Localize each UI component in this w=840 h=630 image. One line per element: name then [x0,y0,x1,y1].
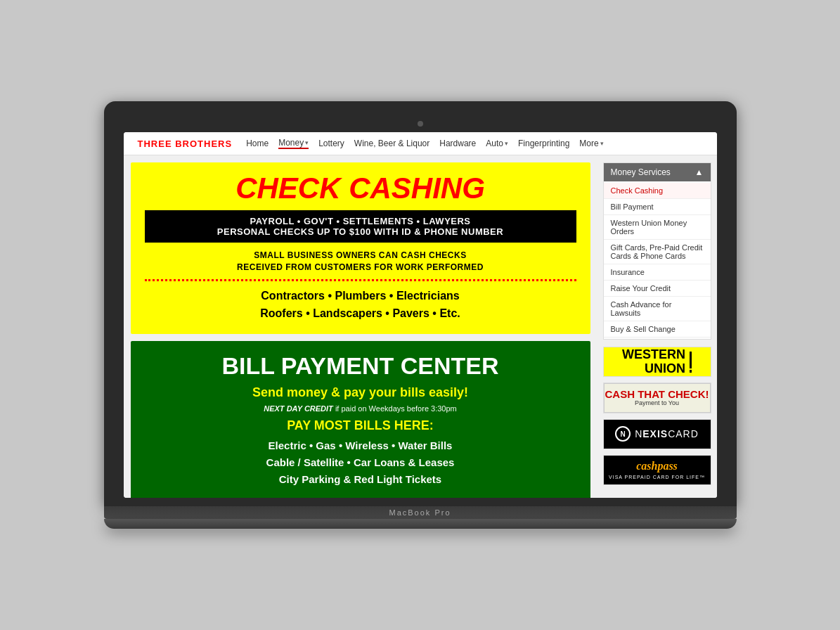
wu-bar [690,352,692,373]
laptop-foot [104,519,737,529]
nexis-icon: N [615,426,631,442]
nav-link-wine[interactable]: Wine, Beer & Liquor [354,139,429,148]
sidebar-item-buy-sell[interactable]: Buy & Sell Change [604,321,711,338]
sidebar-item-check-cashing[interactable]: Check Cashing [604,183,711,199]
nav-links: Home Money ▾ Lottery Wine, Beer & Liquor… [246,138,604,149]
ctc-title: CASH THAT CHECK! [605,389,709,399]
nav-link-fingerprinting[interactable]: Fingerprinting [518,139,569,148]
cashpass-text: cashpass [636,460,678,472]
main-content: CHECK CASHING PAYROLL • GOV'T • SETTLEME… [124,155,717,498]
cashpass-logo-content: cashpass VISA PREPAID CARD FOR LIFE™ [604,456,711,484]
check-cashing-title: CHECK CASHING [145,174,576,203]
sidebar-menu-header: Money Services ▲ [604,163,711,181]
nav-link-money[interactable]: Money ▾ [278,138,309,149]
nav-link-more[interactable]: More ▾ [579,139,603,148]
bill-payment-title: BILL PAYMENT CENTER [145,352,576,380]
cashpass-logo[interactable]: cashpass VISA PREPAID CARD FOR LIFE™ [603,455,711,485]
chevron-up-icon: ▲ [695,167,704,177]
sidebar-item-cash-advance[interactable]: Cash Advance for Lawsuits [604,297,711,321]
nexis-text: NEXISCARD [635,428,699,439]
bill-payment-banner: BILL PAYMENT CENTER Send money & pay you… [131,341,590,498]
wu-logo-content: WESTERNUNION [604,347,711,376]
bill-payment-subtitle: Send money & pay your bills easily! [145,385,576,400]
laptop-base: MacBook Pro [104,506,737,519]
nexiscard-logo[interactable]: N NEXISCARD [603,419,711,449]
content-right: Money Services ▲ Check Cashing Bill Paym… [597,155,717,498]
western-union-logo[interactable]: WESTERNUNION [603,347,711,377]
sidebar-item-insurance[interactable]: Insurance [604,264,711,281]
sidebar-item-raise-credit[interactable]: Raise Your Credit [604,281,711,297]
cash-that-check-logo[interactable]: CASH THAT CHECK! Payment to You [603,382,711,413]
laptop-camera [418,121,423,127]
sidebar-menu: Money Services ▲ Check Cashing Bill Paym… [603,162,711,340]
chevron-down-icon-auto: ▾ [505,140,508,147]
website: THREE BROTHERS Home Money ▾ Lottery Wine… [124,132,717,498]
laptop-shell: THREE BROTHERS Home Money ▾ Lottery Wine… [104,101,737,529]
nav-link-auto[interactable]: Auto ▾ [486,139,508,148]
nav-link-lottery[interactable]: Lottery [318,139,344,148]
nexis-logo-content: N NEXISCARD [604,420,711,449]
wu-bar-line-2 [690,370,692,373]
check-cashing-list: Contractors • Plumbers • Electricians Ro… [145,287,576,323]
chevron-down-icon: ▾ [305,139,309,146]
navbar: THREE BROTHERS Home Money ▾ Lottery Wine… [124,132,717,155]
sidebar-item-western-union[interactable]: Western Union Money Orders [604,215,711,240]
laptop-label: MacBook Pro [389,508,451,517]
ctc-subtitle: Payment to You [635,399,679,406]
sidebar-menu-items: Check Cashing Bill Payment Western Union… [604,181,711,339]
bill-payment-credit: NEXT DAY CREDIT if paid on Weekdays befo… [145,404,576,413]
nav-link-hardware[interactable]: Hardware [439,139,476,148]
ctc-logo-content: CASH THAT CHECK! Payment to You [604,383,711,412]
check-cashing-subtitle: PAYROLL • GOV'T • SETTLEMENTS • LAWYERS … [145,210,576,243]
wu-text: WESTERNUNION [622,348,685,376]
bill-payment-list: Electric • Gas • Wireless • Water Bills … [145,437,576,488]
chevron-down-icon-more: ▾ [600,140,604,147]
sidebar-item-gift-cards[interactable]: Gift Cards, Pre-Paid Credit Cards & Phon… [604,240,711,264]
dotted-divider [145,279,576,281]
sidebar-item-bill-payment[interactable]: Bill Payment [604,199,711,215]
bill-payment-list-title: PAY MOST BILLS HERE: [145,418,576,433]
nav-brand: THREE BROTHERS [138,139,233,149]
nav-link-home[interactable]: Home [246,139,269,148]
laptop-screen: THREE BROTHERS Home Money ▾ Lottery Wine… [124,132,717,498]
ctc-check-bg: CASH THAT CHECK! Payment to You [604,383,711,412]
wu-bar-line-1 [690,352,692,368]
cashpass-subtext: VISA PREPAID CARD FOR LIFE™ [609,475,705,480]
check-cashing-banner: CHECK CASHING PAYROLL • GOV'T • SETTLEME… [131,162,590,334]
check-cashing-desc: SMALL BUSINESS OWNERS CAN CASH CHECKS RE… [145,250,576,274]
laptop-screen-bezel: THREE BROTHERS Home Money ▾ Lottery Wine… [104,101,737,506]
content-left: CHECK CASHING PAYROLL • GOV'T • SETTLEME… [124,155,597,498]
